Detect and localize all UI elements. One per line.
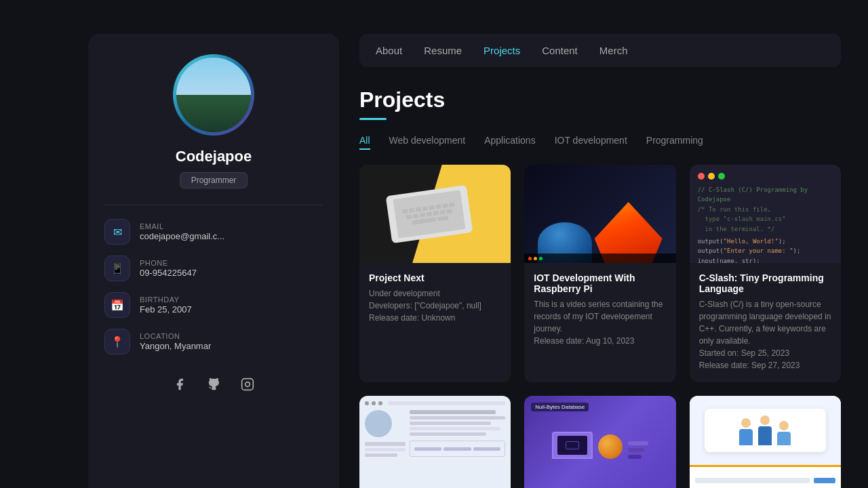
nav-resume[interactable]: Resume [424, 42, 462, 59]
birthday-value: Feb 25, 2007 [140, 304, 192, 314]
project-card-nullapi[interactable]: Null-Bytes API The API used to connect t… [690, 396, 841, 488]
filter-tabs: All Web development Applications IOT dev… [359, 135, 841, 150]
iot-thumbnail [524, 165, 675, 263]
location-item: 📍 LOCATION Yangon, Myanmar [104, 329, 323, 354]
phone-value: 09-954225647 [140, 268, 197, 278]
nav-content[interactable]: Content [542, 42, 578, 59]
github-icon[interactable] [203, 373, 224, 395]
filter-applications[interactable]: Applications [484, 135, 536, 150]
title-underline [359, 118, 387, 120]
project-card-nulldb[interactable]: Null-Bytes Database [524, 396, 675, 488]
email-label: EMAIL [140, 222, 224, 230]
social-links [169, 373, 258, 395]
location-label: LOCATION [140, 332, 211, 340]
email-icon-wrap: ✉ [104, 219, 130, 245]
birthday-item: 📅 BIRTHDAY Feb 25, 2007 [104, 292, 323, 318]
location-icon: 📍 [111, 336, 124, 348]
project-card-jay[interactable]: Jay Saunik: Personal Portfolio Version 1… [359, 396, 511, 488]
phone-item: 📱 PHONE 09-954225647 [104, 256, 323, 281]
instagram-icon[interactable] [237, 373, 258, 395]
contact-info-list: ✉ EMAIL codejapoe@gmail.c... 📱 PHONE 09-… [104, 219, 323, 354]
card-desc-iot: This is a video series containing the re… [534, 298, 666, 347]
sidebar: Codejapoe Programmer ✉ EMAIL codejapoe@g… [88, 34, 339, 488]
nulldb-thumbnail: Null-Bytes Database [524, 396, 675, 488]
card-desc-next: Under developmentDevelopers: ["Codejapoe… [369, 287, 501, 324]
phone-label: PHONE [140, 259, 197, 267]
nulldb-badge: Null-Bytes Database [531, 403, 589, 411]
page-title: Projects [359, 87, 841, 113]
card-desc-cslash: C-Slash (C/) is a tiny open-source progr… [699, 298, 831, 371]
location-value: Yangon, Myanmar [140, 341, 211, 351]
role-badge: Programmer [180, 172, 248, 188]
nav-merch[interactable]: Merch [599, 42, 628, 59]
card-title-cslash: C-Slash: Tiny Programming Language [699, 272, 831, 294]
card-title-next: Project Next [369, 272, 501, 283]
email-value: codejapoe@gmail.c... [140, 231, 224, 241]
email-icon: ✉ [113, 226, 122, 239]
filter-programming[interactable]: Programming [646, 135, 703, 150]
filter-iot[interactable]: IOT development [555, 135, 627, 150]
nav-projects[interactable]: Projects [484, 42, 520, 59]
project-card-next[interactable]: Project Next Under developmentDevelopers… [359, 165, 511, 382]
facebook-icon[interactable] [169, 373, 191, 395]
projects-grid: Project Next Under developmentDevelopers… [359, 165, 841, 488]
phone-icon-wrap: 📱 [104, 256, 130, 281]
project-card-cslash[interactable]: // C-Slash (C/) Programming by Codejapoe… [690, 165, 841, 382]
username: Codejapoe [176, 148, 252, 165]
birthday-label: BIRTHDAY [140, 296, 192, 304]
filter-all[interactable]: All [359, 135, 370, 150]
sidebar-divider [104, 205, 323, 205]
project-card-iot[interactable]: IOT Development With Raspberry Pi This i… [524, 165, 675, 382]
project-next-thumbnail [359, 165, 511, 263]
calendar-icon: 📅 [111, 299, 124, 312]
nav-about[interactable]: About [376, 42, 402, 59]
location-icon-wrap: 📍 [104, 329, 130, 354]
cslash-thumbnail: // C-Slash (C/) Programming by Codejapoe… [690, 165, 841, 263]
phone-icon: 📱 [111, 262, 124, 275]
svg-rect-2 [242, 379, 254, 390]
card-title-iot: IOT Development With Raspberry Pi [534, 272, 666, 294]
jay-thumbnail [359, 396, 511, 488]
birthday-icon-wrap: 📅 [104, 292, 130, 318]
email-item: ✉ EMAIL codejapoe@gmail.c... [104, 219, 323, 245]
nav-bar: About Resume Projects Content Merch [359, 34, 841, 67]
avatar [173, 54, 254, 136]
filter-web[interactable]: Web development [389, 135, 466, 150]
nullapi-thumbnail [690, 396, 841, 488]
main-content: About Resume Projects Content Merch Proj… [339, 0, 868, 488]
